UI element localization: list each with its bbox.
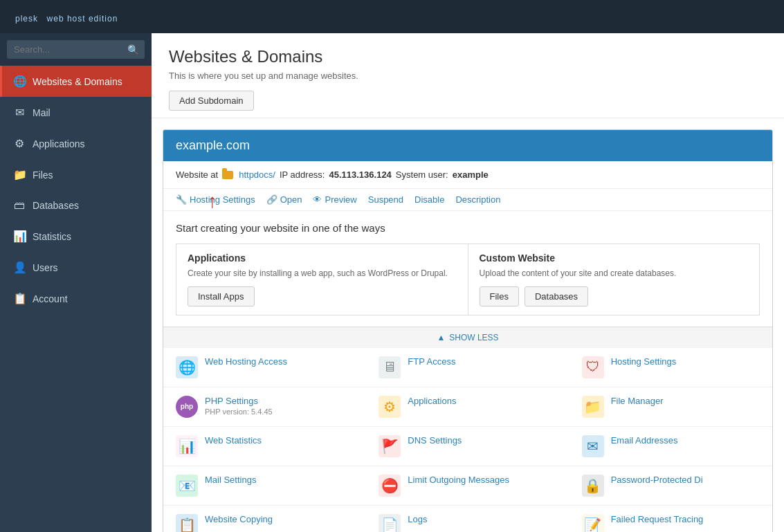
copy-icon: 📋: [176, 514, 198, 532]
feature-link-password-protected[interactable]: Password-Protected Di: [611, 475, 703, 485]
sidebar-item-label: Statistics: [33, 231, 71, 242]
feature-item-web-hosting-access[interactable]: 🌐Web Hosting Access: [163, 348, 366, 387]
folder-icon: [222, 171, 233, 179]
sidebar-item-mail[interactable]: ✉ Mail: [0, 97, 152, 128]
feature-item-failed-request-tracing[interactable]: 📝Failed Request Tracing: [569, 506, 772, 532]
features-grid: 🌐Web Hosting Access🖥FTP Access🛡Hosting S…: [163, 348, 772, 532]
custom-website-card-title: Custom Website: [480, 253, 749, 264]
feature-item-file-manager[interactable]: 📁File Manager: [569, 387, 772, 427]
ftp-icon: 🖥: [379, 356, 401, 378]
start-cards: Applications Create your site by install…: [176, 244, 760, 315]
sidebar-item-label: Mail: [33, 107, 51, 118]
feature-text-hosting-settings: Hosting Settings: [611, 356, 677, 367]
search-input[interactable]: [7, 40, 145, 59]
open-link[interactable]: 🔗 Open: [266, 194, 302, 205]
sidebar-item-users[interactable]: 👤 Users: [0, 252, 152, 283]
hosting-settings-link[interactable]: 🔧 Hosting Settings: [176, 194, 255, 205]
sidebar-item-account[interactable]: 📋 Account: [0, 283, 152, 314]
feature-item-ftp-access[interactable]: 🖥FTP Access: [366, 348, 569, 387]
search-box: 🔍: [0, 33, 152, 66]
feature-item-mail-settings[interactable]: 📧Mail Settings: [163, 466, 366, 506]
page-title: Websites & Domains: [169, 47, 767, 66]
hosting-settings-icon: 🔧: [176, 194, 187, 205]
feature-link-mail-settings[interactable]: Mail Settings: [205, 475, 256, 485]
feature-item-website-copying[interactable]: 📋Website Copying: [163, 506, 366, 532]
sidebar-item-label: Users: [33, 262, 58, 273]
page-header: Websites & Domains This is where you set…: [152, 33, 784, 118]
suspend-link[interactable]: Suspend: [368, 194, 403, 205]
custom-website-card: Custom Website Upload the content of you…: [468, 244, 760, 315]
sidebar-item-files[interactable]: 📁 Files: [0, 159, 152, 190]
sidebar-item-label: Websites & Domains: [33, 76, 122, 87]
feature-text-web-statistics: Web Statistics: [205, 435, 262, 446]
sidebar-item-label: Account: [33, 293, 68, 304]
preview-link[interactable]: 👁 Preview: [313, 194, 356, 205]
ip-label: IP address:: [280, 169, 325, 180]
databases-button[interactable]: Databases: [525, 286, 588, 306]
applications-card-title: Applications: [188, 253, 457, 264]
account-icon: 📋: [13, 292, 26, 305]
feature-text-failed-request-tracing: Failed Request Tracing: [611, 514, 704, 524]
feature-item-php-settings[interactable]: phpPHP SettingsPHP version: 5.4.45: [163, 387, 366, 427]
show-less-label: SHOW LESS: [449, 333, 498, 342]
feature-text-website-copying: Website Copying: [205, 514, 273, 524]
feature-link-php-settings[interactable]: PHP Settings: [205, 396, 273, 406]
custom-website-card-desc: Upload the content of your site and crea…: [480, 268, 749, 279]
mail-icon: ✉: [13, 106, 26, 119]
feature-link-applications[interactable]: Applications: [408, 396, 456, 406]
feature-link-ftp-access[interactable]: FTP Access: [408, 356, 455, 367]
feature-item-hosting-settings[interactable]: 🛡Hosting Settings: [569, 348, 772, 387]
feature-text-dns-settings: DNS Settings: [408, 435, 462, 446]
applications-card-desc: Create your site by installing a web app…: [188, 268, 457, 279]
feature-text-email-addresses: Email Addresses: [611, 435, 678, 446]
files-button[interactable]: Files: [480, 286, 519, 306]
users-icon: 👤: [13, 261, 26, 274]
feature-item-web-statistics[interactable]: 📊Web Statistics: [163, 427, 366, 466]
sidebar-item-label: Databases: [33, 200, 79, 211]
description-link[interactable]: Description: [455, 194, 500, 205]
feature-item-logs[interactable]: 📄Logs: [366, 506, 569, 532]
add-subdomain-button[interactable]: Add Subdomain: [169, 91, 254, 111]
install-apps-button[interactable]: Install Apps: [188, 286, 255, 306]
ip-value: 45.113.136.124: [329, 169, 391, 180]
sidebar-item-databases[interactable]: 🗃 Databases: [0, 190, 152, 221]
domain-info: Website at httpdocs/ IP address: 45.113.…: [163, 161, 772, 189]
chevron-up-icon: ▲: [437, 333, 445, 342]
disable-link[interactable]: Disable: [414, 194, 444, 205]
stats-icon: 📊: [176, 435, 198, 457]
feature-item-applications[interactable]: ⚙Applications: [366, 387, 569, 427]
mail-settings-icon: 📧: [176, 475, 198, 497]
feature-link-web-statistics[interactable]: Web Statistics: [205, 435, 262, 446]
httpdocs-link[interactable]: httpdocs/: [239, 169, 275, 180]
system-user-value: example: [453, 169, 489, 180]
feature-link-hosting-settings[interactable]: Hosting Settings: [611, 356, 677, 367]
sidebar-item-applications[interactable]: ⚙ Applications: [0, 128, 152, 159]
limit-icon: ⛔: [379, 475, 401, 497]
feature-item-limit-outgoing-messages[interactable]: ⛔Limit Outgoing Messages: [366, 466, 569, 506]
feature-link-website-copying[interactable]: Website Copying: [205, 514, 273, 524]
feature-item-email-addresses[interactable]: ✉Email Addresses: [569, 427, 772, 466]
sidebar-item-label: Applications: [33, 138, 85, 149]
statistics-icon: 📊: [13, 230, 26, 243]
feature-link-logs[interactable]: Logs: [408, 514, 427, 524]
feature-link-limit-outgoing-messages[interactable]: Limit Outgoing Messages: [408, 475, 509, 485]
preview-icon: 👁: [313, 194, 322, 205]
feature-link-file-manager[interactable]: File Manager: [611, 396, 664, 406]
sidebar-item-websites-domains[interactable]: 🌐 Websites & Domains: [0, 66, 152, 97]
feature-item-password-protected[interactable]: 🔒Password-Protected Di: [569, 466, 772, 506]
feature-text-web-hosting-access: Web Hosting Access: [205, 356, 287, 367]
filemanager-icon: 📁: [582, 396, 604, 418]
php-icon: php: [176, 396, 198, 418]
feature-item-dns-settings[interactable]: 🚩DNS Settings: [366, 427, 569, 466]
feature-link-web-hosting-access[interactable]: Web Hosting Access: [205, 356, 287, 367]
feature-text-password-protected: Password-Protected Di: [611, 475, 703, 485]
feature-link-dns-settings[interactable]: DNS Settings: [408, 435, 462, 446]
feature-link-failed-request-tracing[interactable]: Failed Request Tracing: [611, 514, 704, 524]
feature-text-logs: Logs: [408, 514, 427, 524]
feature-sub-php-settings: PHP version: 5.4.45: [205, 407, 273, 416]
logs-icon: 📄: [379, 514, 401, 532]
hosting-icon: 🛡: [582, 356, 604, 378]
sidebar-item-statistics[interactable]: 📊 Statistics: [0, 221, 152, 252]
show-less-bar[interactable]: ▲ SHOW LESS: [163, 327, 772, 348]
feature-link-email-addresses[interactable]: Email Addresses: [611, 435, 678, 446]
